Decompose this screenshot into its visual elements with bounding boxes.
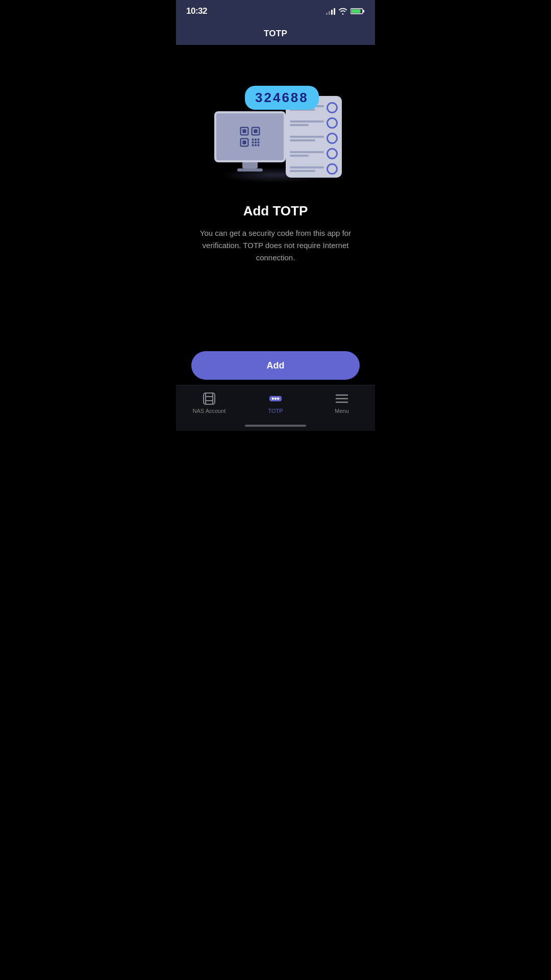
monitor-base	[237, 168, 263, 172]
header-title: TOTP	[264, 29, 287, 39]
svg-rect-11	[258, 139, 260, 141]
svg-rect-2	[352, 10, 361, 13]
svg-rect-15	[252, 144, 254, 146]
svg-rect-12	[252, 141, 254, 143]
nav-label-totp: TOTP	[268, 408, 283, 414]
svg-point-24	[277, 398, 279, 400]
home-indicator	[245, 425, 306, 427]
svg-rect-1	[363, 10, 365, 13]
nav-item-menu[interactable]: Menu	[321, 391, 362, 414]
add-totp-title: Add TOTP	[196, 203, 355, 219]
svg-rect-16	[255, 144, 257, 146]
svg-rect-13	[255, 141, 257, 143]
svg-rect-17	[258, 144, 260, 146]
totp-nav-icon	[268, 391, 283, 406]
qr-code-icon	[239, 126, 261, 148]
add-totp-description: You can get a security code from this ap…	[196, 227, 355, 264]
status-time: 10:32	[186, 6, 207, 16]
nav-label-menu: Menu	[335, 408, 349, 414]
totp-code-badge: 324688	[245, 86, 319, 110]
status-bar: 10:32	[176, 0, 375, 22]
svg-rect-9	[252, 139, 254, 141]
bottom-nav: NAS Account TOTP	[176, 385, 375, 431]
svg-rect-4	[242, 129, 246, 133]
svg-rect-14	[258, 141, 260, 143]
nav-label-nas-account: NAS Account	[193, 408, 226, 414]
main-content: 324688 Add TOTP You can get a security c…	[176, 45, 375, 264]
totp-code-text: 324688	[255, 90, 309, 105]
svg-point-22	[272, 398, 274, 400]
nav-item-totp[interactable]: TOTP	[255, 391, 296, 414]
totp-illustration: 324688	[204, 65, 347, 188]
signal-icon	[326, 8, 335, 15]
status-icons	[326, 8, 365, 15]
svg-rect-19	[206, 393, 213, 404]
battery-icon	[350, 8, 365, 15]
svg-rect-6	[254, 129, 257, 133]
nav-item-nas-account[interactable]: NAS Account	[189, 391, 230, 414]
wifi-icon	[338, 8, 347, 15]
add-button[interactable]: Add	[191, 351, 360, 380]
monitor	[214, 111, 286, 173]
svg-point-23	[274, 398, 277, 400]
nas-account-icon	[202, 391, 216, 406]
monitor-stand	[242, 162, 258, 168]
svg-rect-8	[242, 140, 246, 144]
app-header: TOTP	[176, 22, 375, 45]
menu-icon	[335, 391, 349, 406]
monitor-screen	[214, 111, 286, 162]
svg-rect-10	[255, 139, 257, 141]
text-section: Add TOTP You can get a security code fro…	[191, 203, 360, 264]
